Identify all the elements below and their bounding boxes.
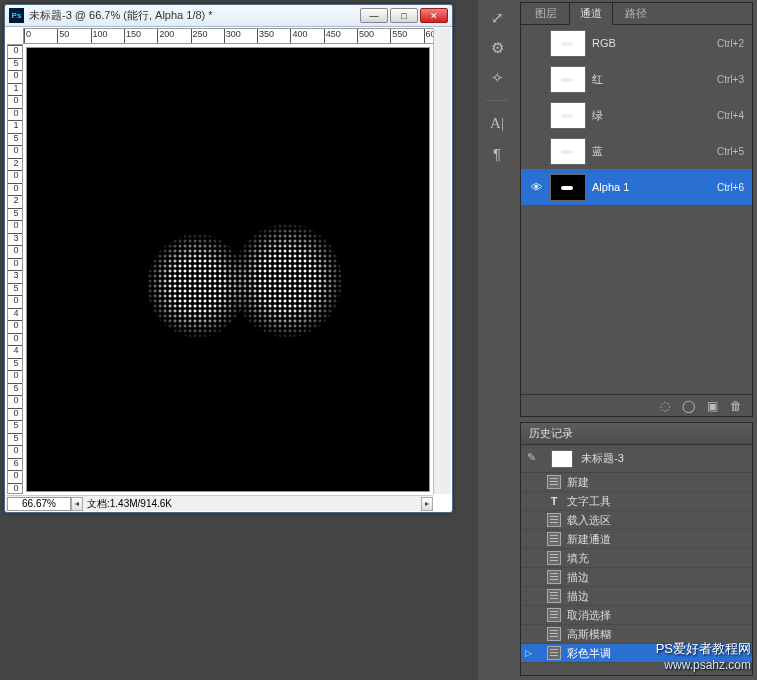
- navigator-icon[interactable]: ⤢: [487, 8, 507, 28]
- channel-thumb: [550, 102, 586, 129]
- channels-panel-footer: ◌ ◯ ▣ 🗑: [521, 394, 752, 416]
- scroll-left-button[interactable]: ◂: [71, 497, 83, 511]
- visibility-toggle[interactable]: [529, 73, 544, 85]
- vertical-ruler[interactable]: 050100150200250300350400450500550600: [7, 44, 23, 494]
- delete-channel-icon[interactable]: 🗑: [730, 399, 742, 413]
- file-info: 文档:1.43M/914.6K: [83, 497, 421, 511]
- channel-shortcut: Ctrl+3: [717, 74, 744, 85]
- minimize-button[interactable]: —: [360, 8, 388, 23]
- channel-row[interactable]: 👁 Alpha 1 Ctrl+6: [521, 169, 752, 205]
- scroll-right-button[interactable]: ▸: [421, 497, 433, 511]
- history-step-label: 描边: [567, 570, 589, 585]
- history-panel-header[interactable]: 历史记录: [521, 423, 752, 445]
- history-step-icon: [547, 513, 561, 527]
- history-step-label: 取消选择: [567, 608, 611, 623]
- titlebar[interactable]: Ps 未标题-3 @ 66.7% (能行, Alpha 1/8) * — □ ✕: [5, 5, 452, 27]
- history-step-label: 载入选区: [567, 513, 611, 528]
- history-step-icon: [547, 551, 561, 565]
- channel-row[interactable]: 蓝 Ctrl+5: [521, 133, 752, 169]
- tab-通道[interactable]: 通道: [569, 2, 613, 25]
- current-step-arrow: ▷: [525, 648, 541, 658]
- document-window: Ps 未标题-3 @ 66.7% (能行, Alpha 1/8) * — □ ✕…: [4, 4, 453, 513]
- channel-thumb: [550, 138, 586, 165]
- channel-name: 蓝: [592, 144, 711, 159]
- history-brush-icon: ✎: [527, 451, 543, 467]
- tab-图层[interactable]: 图层: [525, 3, 567, 24]
- history-step-label: 高斯模糊: [567, 627, 611, 642]
- swatches-icon[interactable]: ✧: [487, 68, 507, 88]
- canvas[interactable]: [26, 47, 430, 492]
- history-step-icon: [547, 532, 561, 546]
- visibility-toggle[interactable]: [529, 37, 544, 49]
- history-step-label: 新建: [567, 475, 589, 490]
- maximize-button[interactable]: □: [390, 8, 418, 23]
- status-bar: 66.67% ◂ 文档:1.43M/914.6K ▸: [6, 495, 433, 511]
- type-tool-icon: T: [547, 494, 561, 508]
- history-step[interactable]: 新建: [521, 473, 752, 492]
- channel-name: 红: [592, 72, 711, 87]
- history-step-label: 描边: [567, 589, 589, 604]
- channel-shortcut: Ctrl+5: [717, 146, 744, 157]
- halftone-text: [147, 223, 347, 343]
- history-step[interactable]: T文字工具: [521, 492, 752, 511]
- visibility-toggle[interactable]: [529, 145, 544, 157]
- save-selection-icon[interactable]: ◯: [682, 399, 695, 413]
- channel-name: RGB: [592, 37, 711, 49]
- close-button[interactable]: ✕: [420, 8, 448, 23]
- visibility-toggle[interactable]: [529, 109, 544, 121]
- vertical-scrollbar[interactable]: [433, 28, 451, 494]
- watermark-line1: PS爱好者教程网: [656, 640, 751, 658]
- history-step-icon: [547, 589, 561, 603]
- history-step-icon: [547, 646, 561, 660]
- photoshop-icon: Ps: [9, 8, 24, 23]
- history-step-icon: [547, 570, 561, 584]
- visibility-toggle[interactable]: 👁: [529, 181, 544, 193]
- window-controls: — □ ✕: [360, 8, 448, 23]
- panel-tabs: 图层通道路径: [521, 3, 752, 25]
- channel-shortcut: Ctrl+2: [717, 38, 744, 49]
- history-title: 历史记录: [529, 426, 573, 441]
- history-step-label: 文字工具: [567, 494, 611, 509]
- history-step[interactable]: 填充: [521, 549, 752, 568]
- channels-list: RGB Ctrl+2 红 Ctrl+3 绿 Ctrl+4 蓝 Ctrl+5👁 A…: [521, 25, 752, 205]
- history-step-label: 新建通道: [567, 532, 611, 547]
- history-panel: 历史记录 ✎ 未标题-3 新建T文字工具载入选区新建通道填充描边描边取消选择高斯…: [520, 422, 753, 676]
- history-step-icon: [547, 608, 561, 622]
- history-step[interactable]: 取消选择: [521, 606, 752, 625]
- tab-路径[interactable]: 路径: [615, 3, 657, 24]
- history-step-icon: [547, 475, 561, 489]
- window-title: 未标题-3 @ 66.7% (能行, Alpha 1/8) *: [29, 8, 360, 23]
- character-icon[interactable]: A|: [487, 113, 507, 133]
- panels-area: ⤢ ⚙ ✧ A| ¶ 图层通道路径 RGB Ctrl+2 红 Ctrl+3 绿 …: [478, 0, 757, 680]
- history-step[interactable]: 载入选区: [521, 511, 752, 530]
- history-step-label: 填充: [567, 551, 589, 566]
- history-step[interactable]: 描边: [521, 587, 752, 606]
- channel-thumb: [550, 174, 586, 201]
- color-icon[interactable]: ⚙: [487, 38, 507, 58]
- history-step[interactable]: 新建通道: [521, 530, 752, 549]
- history-step-icon: [547, 627, 561, 641]
- channel-name: 绿: [592, 108, 711, 123]
- horizontal-ruler[interactable]: 050100150200250300350400450500550600: [23, 28, 434, 44]
- channel-shortcut: Ctrl+6: [717, 182, 744, 193]
- history-step[interactable]: 描边: [521, 568, 752, 587]
- channel-thumb: [550, 30, 586, 57]
- channel-name: Alpha 1: [592, 181, 711, 193]
- history-snapshot-thumb: [551, 450, 573, 468]
- new-channel-icon[interactable]: ▣: [707, 399, 718, 413]
- channel-row[interactable]: 绿 Ctrl+4: [521, 97, 752, 133]
- channels-panel: 图层通道路径 RGB Ctrl+2 红 Ctrl+3 绿 Ctrl+4 蓝 Ct…: [520, 2, 753, 417]
- load-selection-icon[interactable]: ◌: [660, 399, 670, 413]
- channel-thumb: [550, 66, 586, 93]
- paragraph-icon[interactable]: ¶: [487, 143, 507, 163]
- channel-row[interactable]: 红 Ctrl+3: [521, 61, 752, 97]
- history-snapshot-row[interactable]: ✎ 未标题-3: [521, 445, 752, 473]
- channel-row[interactable]: RGB Ctrl+2: [521, 25, 752, 61]
- history-step-label: 彩色半调: [567, 646, 611, 661]
- history-doc-name: 未标题-3: [581, 451, 624, 466]
- watermark-line2: www.psahz.com: [656, 658, 751, 672]
- watermark: PS爱好者教程网 www.psahz.com: [656, 640, 751, 672]
- history-list: 新建T文字工具载入选区新建通道填充描边描边取消选择高斯模糊▷彩色半调: [521, 473, 752, 663]
- channel-shortcut: Ctrl+4: [717, 110, 744, 121]
- zoom-input[interactable]: 66.67%: [7, 497, 71, 511]
